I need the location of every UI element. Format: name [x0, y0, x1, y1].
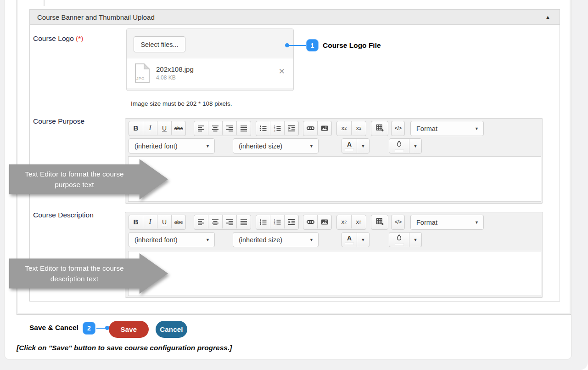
description-annotation-arrow: Text Editor to format the course descrip…: [9, 253, 168, 294]
font-color-caret[interactable]: ▼: [357, 233, 369, 247]
save-footnote: [Click on "Save" button to save course c…: [17, 344, 232, 352]
image-size-hint: Image size must be 202 * 108 pixels.: [131, 100, 232, 107]
font-color-button[interactable]: A: [342, 139, 357, 153]
font-dropdown[interactable]: (inherited font) ▼: [129, 138, 215, 154]
course-description-editor: B I U abc: [125, 212, 543, 298]
insert-table-icon[interactable]: [371, 121, 388, 135]
justify-icon[interactable]: [236, 215, 251, 228]
indent-icon[interactable]: [284, 121, 298, 135]
background-color-split-button: ▼: [389, 138, 422, 154]
file-name: 202x108.jpg: [156, 65, 194, 73]
page: Course Banner and Thumbnail Upload ▲ Cou…: [0, 0, 588, 370]
callout-1-line: [289, 45, 307, 46]
chevron-down-icon: ▼: [475, 126, 479, 131]
subscript-button[interactable]: x2: [337, 215, 351, 228]
bullet-list-icon[interactable]: [256, 121, 270, 135]
align-center-icon[interactable]: [208, 121, 222, 135]
course-description-textarea[interactable]: [128, 251, 541, 296]
font-dropdown[interactable]: (inherited font) ▼: [129, 232, 215, 247]
course-purpose-textarea[interactable]: [128, 156, 541, 202]
callout-1-label: Course Logo File: [323, 41, 381, 50]
background-color-swatch: [395, 243, 404, 246]
insert-table-icon[interactable]: [371, 215, 388, 228]
insert-group: [303, 215, 332, 230]
alignment-group: [194, 215, 251, 230]
align-right-icon[interactable]: [222, 215, 236, 228]
list-group: 123: [256, 215, 299, 230]
justify-icon[interactable]: [236, 121, 251, 135]
align-left-icon[interactable]: [194, 121, 208, 135]
chevron-down-icon: ▼: [361, 238, 365, 242]
format-dropdown[interactable]: Format ▼: [410, 121, 484, 136]
font-color-swatch: [345, 242, 354, 245]
callout-1-badge: 1: [306, 39, 319, 51]
background-color-button[interactable]: [389, 233, 409, 247]
bold-button[interactable]: B: [129, 121, 143, 135]
font-color-button[interactable]: A: [342, 233, 357, 247]
purpose-annotation-arrow: Text Editor to format the course purpose…: [9, 159, 168, 199]
background-color-swatch: [395, 149, 404, 152]
cancel-button[interactable]: Cancel: [156, 321, 187, 338]
view-source-button[interactable]: </>: [392, 215, 404, 228]
numbered-list-icon[interactable]: 123: [270, 121, 284, 135]
background-color-caret[interactable]: ▼: [409, 233, 421, 247]
chevron-down-icon: ▼: [206, 144, 210, 148]
insert-group: [303, 121, 332, 136]
droplet-icon: [396, 140, 403, 149]
strikethrough-button[interactable]: abc: [171, 215, 185, 228]
previous-section-border-remnant: [44, 0, 45, 6]
align-left-icon[interactable]: [194, 215, 208, 228]
course-purpose-editor: B I U abc: [125, 118, 543, 204]
font-color-caret[interactable]: ▼: [357, 139, 369, 153]
subscript-button[interactable]: x2: [337, 121, 351, 135]
underline-button[interactable]: U: [157, 121, 171, 135]
chevron-down-icon: ▼: [309, 144, 314, 148]
description-annotation-text: Text Editor to format the course descrip…: [9, 253, 140, 294]
remove-file-icon[interactable]: ✕: [279, 68, 285, 75]
collapse-icon[interactable]: ▲: [545, 14, 552, 20]
bold-button[interactable]: B: [129, 215, 143, 228]
code-group: </>: [391, 121, 405, 136]
font-size-dropdown[interactable]: (inherited size) ▼: [233, 138, 319, 154]
code-group: </>: [391, 215, 405, 230]
file-size: 4.08 KB: [156, 74, 176, 81]
underline-button[interactable]: U: [157, 215, 171, 228]
format-dropdown[interactable]: Format ▼: [410, 215, 484, 230]
superscript-button[interactable]: x2: [351, 215, 366, 228]
superscript-button[interactable]: x2: [351, 121, 366, 135]
background-color-caret[interactable]: ▼: [409, 139, 421, 153]
callout-2-badge: 2: [83, 322, 95, 335]
link-icon[interactable]: [303, 121, 317, 135]
font-size-dropdown[interactable]: (inherited size) ▼: [233, 232, 319, 247]
italic-button[interactable]: I: [143, 215, 157, 228]
section-title: Course Banner and Thumbnail Upload: [37, 13, 155, 21]
droplet-icon: [396, 234, 403, 243]
select-files-button[interactable]: Select files...: [134, 36, 185, 52]
background-color-button[interactable]: [389, 139, 409, 153]
bullet-list-icon[interactable]: [256, 215, 270, 228]
strikethrough-button[interactable]: abc: [171, 121, 185, 135]
view-source-button[interactable]: </>: [392, 121, 404, 135]
image-icon[interactable]: [317, 215, 331, 228]
course-description-label: Course Description: [33, 211, 94, 219]
file-jpg-icon: JPG: [134, 63, 150, 83]
italic-button[interactable]: I: [143, 121, 157, 135]
save-button[interactable]: Save: [109, 321, 149, 338]
purpose-annotation-text: Text Editor to format the course purpose…: [9, 159, 140, 199]
image-icon[interactable]: [317, 121, 331, 135]
svg-text:3: 3: [274, 129, 275, 132]
indent-icon[interactable]: [284, 215, 298, 228]
font-color-split-button: A ▼: [342, 232, 370, 247]
section-header[interactable]: Course Banner and Thumbnail Upload ▲: [30, 10, 560, 25]
align-right-icon[interactable]: [222, 121, 236, 135]
link-icon[interactable]: [303, 215, 317, 228]
font-color-swatch: [345, 148, 354, 151]
file-type-label: JPG: [136, 76, 145, 81]
list-group: 123: [256, 121, 299, 136]
align-center-icon[interactable]: [208, 215, 222, 228]
course-logo-label: Course Logo (*): [33, 34, 83, 43]
course-purpose-label: Course Purpose: [33, 117, 84, 125]
table-group: [371, 215, 388, 230]
table-group: [371, 121, 388, 136]
numbered-list-icon[interactable]: 123: [270, 215, 284, 228]
